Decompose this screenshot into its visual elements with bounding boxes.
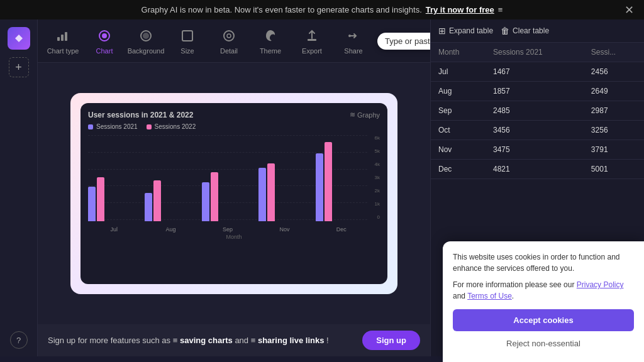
- toolbar-export[interactable]: Export: [292, 23, 332, 58]
- cookie-body2: For more information please see our Priv…: [453, 279, 634, 302]
- signup-icon2: ≡: [251, 336, 258, 345]
- chart-logo: ≋Graphy: [350, 111, 380, 119]
- svg-point-4: [102, 33, 107, 38]
- chart-container: User sessions in 2021 & 2022 ≋Graphy Ses…: [70, 93, 397, 294]
- toolbar-background[interactable]: Background: [126, 23, 166, 58]
- cell-s2021: 4821: [486, 160, 584, 179]
- top-banner: Graphy AI is now in beta. Now it's even …: [0, 0, 644, 19]
- signup-button[interactable]: Sign up: [362, 331, 420, 350]
- table-header-buttons: ⊞ Expand table 🗑 Clear table: [438, 26, 549, 36]
- add-chart-button[interactable]: +: [9, 57, 29, 77]
- cell-s2021: 3456: [486, 121, 584, 140]
- paste-tooltip: Type or paste your data: [377, 33, 430, 50]
- cell-month: Oct: [431, 121, 486, 140]
- cell-s2022: 2649: [584, 82, 644, 101]
- x-labels: Jul Aug Sep Nov Dec: [88, 226, 367, 233]
- detail-icon: [220, 27, 238, 45]
- table-row: Oct 3456 3256: [431, 121, 644, 140]
- svg-rect-1: [61, 35, 64, 41]
- chart-label: Chart: [96, 47, 113, 55]
- chart-type-icon: [54, 27, 72, 45]
- svg-rect-7: [182, 31, 192, 41]
- theme-label: Theme: [260, 47, 281, 55]
- table-row: Nov 3475 3791: [431, 140, 644, 160]
- col-header-sessions2022: Sessi...: [584, 43, 644, 62]
- cookie-terms-link[interactable]: Terms of Use: [467, 292, 512, 300]
- expand-table-button[interactable]: ⊞ Expand table: [438, 26, 493, 36]
- chart-legend: Sessions 2021 Sessions 2022: [88, 123, 380, 130]
- banner-cta-icon: ≡: [498, 5, 503, 14]
- bar-sep-2022: [211, 172, 218, 221]
- cookie-banner: This website uses cookies in order to fu…: [443, 241, 644, 362]
- banner-cta[interactable]: Try it now for free: [426, 5, 494, 14]
- theme-icon: [262, 27, 279, 45]
- center-panel: Chart type Chart Backgro: [38, 19, 430, 356]
- export-label: Export: [302, 47, 322, 55]
- toolbar-chart[interactable]: Chart: [84, 23, 125, 58]
- cell-month: Nov: [431, 140, 486, 160]
- accept-cookies-button[interactable]: Accept cookies: [453, 309, 634, 331]
- toolbar-detail[interactable]: Detail: [209, 23, 249, 58]
- legend-label-2021: Sessions 2021: [96, 123, 138, 130]
- table-row: Aug 1857 2649: [431, 82, 644, 101]
- cell-s2022: 3256: [584, 121, 644, 140]
- bar-group-dec: [316, 142, 367, 221]
- toolbar-theme[interactable]: Theme: [250, 23, 291, 58]
- share-icon: [345, 27, 362, 45]
- legend-item-2021: Sessions 2021: [88, 123, 138, 130]
- table-row: Dec 4821 5001: [431, 160, 644, 179]
- size-label: Size: [180, 47, 194, 55]
- cell-month: Dec: [431, 160, 486, 179]
- y-labels: 6k 5k 4k 3k 2k 1k 0: [375, 135, 380, 220]
- x-label-dec: Dec: [316, 226, 367, 233]
- banner-close-button[interactable]: ✕: [625, 3, 634, 17]
- svg-point-6: [143, 33, 149, 39]
- signup-feature1: saving charts: [180, 336, 233, 345]
- cell-month: Aug: [431, 82, 486, 101]
- table-header: ⊞ Expand table 🗑 Clear table: [431, 19, 644, 43]
- legend-dot-2022: [147, 124, 152, 129]
- bar-nov-2022: [267, 163, 275, 221]
- svg-point-8: [224, 31, 234, 41]
- toolbar-share[interactable]: Share: [333, 23, 374, 58]
- svg-rect-10: [308, 39, 316, 41]
- chart-icon: [96, 27, 113, 45]
- col-header-month: Month: [431, 43, 486, 62]
- bar-group-nov: [258, 163, 310, 221]
- detail-label: Detail: [220, 47, 238, 55]
- chart-title: User sessions in 2021 & 2022: [88, 111, 193, 119]
- legend-item-2022: Sessions 2022: [147, 123, 196, 130]
- cell-s2022: 5001: [584, 160, 644, 179]
- cookie-privacy-link[interactable]: Privacy Policy: [577, 280, 624, 289]
- x-label-aug: Aug: [145, 226, 196, 233]
- cookie-buttons: Accept cookies Reject non-essential: [453, 309, 634, 352]
- table-row: Sep 2485 2987: [431, 101, 644, 121]
- clear-table-button[interactable]: 🗑 Clear table: [501, 26, 549, 36]
- legend-dot-2021: [88, 124, 93, 129]
- svg-point-9: [227, 34, 231, 38]
- signup-text-suffix: !: [326, 336, 329, 345]
- toolbar-size[interactable]: Size: [167, 23, 208, 58]
- background-label: Background: [128, 47, 165, 55]
- bar-nov-2021: [258, 168, 266, 221]
- bar-jul-2022: [97, 177, 104, 221]
- table-row: Jul 1467 2456: [431, 62, 644, 82]
- cell-s2021: 1857: [486, 82, 584, 101]
- cell-s2021: 2485: [486, 101, 584, 121]
- x-label-nov: Nov: [258, 226, 310, 233]
- reject-cookies-button[interactable]: Reject non-essential: [453, 335, 634, 352]
- x-label-jul: Jul: [88, 226, 140, 233]
- signup-text: Sign up for more features such as ≡ savi…: [48, 336, 329, 345]
- signup-text-prefix: Sign up for more features such as: [48, 336, 170, 345]
- app-logo: [8, 27, 30, 50]
- left-sidebar: + ?: [0, 19, 38, 356]
- export-icon: [303, 27, 321, 45]
- expand-table-icon: ⊞: [438, 26, 446, 36]
- cookie-body1: This website uses cookies in order to fu…: [453, 251, 634, 274]
- help-button[interactable]: ?: [10, 331, 28, 349]
- svg-point-11: [348, 35, 351, 37]
- toolbar-chart-type[interactable]: Chart type: [43, 23, 83, 58]
- bar-group-sep: [202, 172, 253, 221]
- banner-text: Graphy AI is now in beta. Now it's even …: [142, 5, 422, 14]
- cookie-period: .: [512, 292, 514, 300]
